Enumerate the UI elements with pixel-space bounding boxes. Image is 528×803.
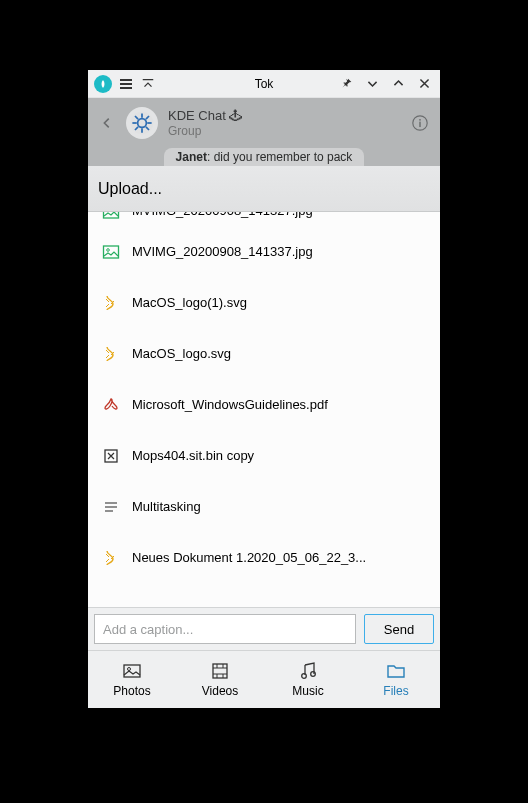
file-name: MacOS_logo.svg [132, 346, 231, 361]
file-name: MVIMG_20200908_141337.jpg [132, 244, 313, 259]
tab-label: Music [292, 684, 323, 698]
files-icon [386, 661, 406, 681]
back-icon[interactable] [98, 114, 116, 132]
svg-rect-23 [213, 664, 227, 678]
chat-titles: KDE Chat 🕹 Group [168, 108, 242, 138]
upload-tabs: Photos Videos Music Files [88, 650, 440, 708]
file-name: Microsoft_WindowsGuidelines.pdf [132, 397, 328, 412]
pin-icon[interactable] [338, 76, 354, 92]
chat-avatar[interactable] [126, 107, 158, 139]
collapse-up-icon[interactable] [140, 76, 156, 92]
svg-point-22 [128, 668, 131, 671]
file-row[interactable]: MacOS_logo(1).svg [88, 277, 440, 328]
tab-label: Files [383, 684, 408, 698]
svg-point-11 [419, 119, 421, 121]
file-row[interactable]: MVIMG_20200908_141337.jpg [88, 226, 440, 277]
app-icon [94, 75, 112, 93]
svg-rect-12 [419, 122, 420, 127]
tab-label: Photos [113, 684, 150, 698]
tab-videos[interactable]: Videos [176, 651, 264, 708]
tab-photos[interactable]: Photos [88, 651, 176, 708]
titlebar-left [88, 75, 156, 93]
pdf-file-icon [102, 396, 120, 414]
file-row[interactable]: MacOS_logo.svg [88, 328, 440, 379]
message-bubble: Janet: did you remember to pack [164, 148, 365, 166]
message-sender: Janet [176, 150, 207, 164]
file-name: MacOS_logo(1).svg [132, 295, 247, 310]
image-file-icon [102, 212, 120, 221]
titlebar-right [338, 76, 440, 92]
tab-files[interactable]: Files [352, 651, 440, 708]
tab-label: Videos [202, 684, 238, 698]
minimize-icon[interactable] [364, 76, 380, 92]
svg-rect-15 [104, 246, 119, 258]
file-row[interactable]: Neues Dokument 1.2020_05_06_22_3... [88, 532, 440, 583]
file-row[interactable]: MVIMG_20200908_141327.jpg [88, 212, 440, 226]
message-peek: Janet: did you remember to pack [88, 148, 440, 166]
file-list[interactable]: MVIMG_20200908_141327.jpgMVIMG_20200908_… [88, 212, 440, 607]
file-name: Neues Dokument 1.2020_05_06_22_3... [132, 550, 366, 565]
upload-header: Upload... [88, 166, 440, 212]
chat-subtitle: Group [168, 124, 242, 138]
image-file-icon [102, 243, 120, 261]
music-icon [298, 661, 318, 681]
hamburger-icon[interactable] [118, 76, 134, 92]
maximize-icon[interactable] [390, 76, 406, 92]
file-name: Mops404.sit.bin copy [132, 448, 254, 463]
file-name: MVIMG_20200908_141327.jpg [132, 212, 313, 218]
caption-bar: Send [88, 607, 440, 650]
svg-file-icon [102, 294, 120, 312]
svg-point-16 [107, 248, 110, 251]
file-row[interactable]: Microsoft_WindowsGuidelines.pdf [88, 379, 440, 430]
svg-file-icon [102, 549, 120, 567]
message-text: : did you remember to pack [207, 150, 352, 164]
file-name: Multitasking [132, 499, 201, 514]
chat-header: KDE Chat 🕹 Group [88, 98, 440, 148]
photos-icon [122, 661, 142, 681]
send-button[interactable]: Send [364, 614, 434, 644]
app-window: Tok [88, 70, 440, 708]
file-row[interactable]: Multitasking [88, 481, 440, 532]
close-icon[interactable] [416, 76, 432, 92]
videos-icon [210, 661, 230, 681]
file-row[interactable]: Mops404.sit.bin copy [88, 430, 440, 481]
svg-file-icon [102, 345, 120, 363]
info-icon[interactable] [410, 113, 430, 133]
svg-rect-21 [124, 665, 140, 677]
chat-title: KDE Chat 🕹 [168, 108, 242, 124]
text-file-icon [102, 498, 120, 516]
tab-music[interactable]: Music [264, 651, 352, 708]
upload-title: Upload... [98, 180, 162, 198]
bin-file-icon [102, 447, 120, 465]
caption-input[interactable] [94, 614, 356, 644]
titlebar: Tok [88, 70, 440, 98]
